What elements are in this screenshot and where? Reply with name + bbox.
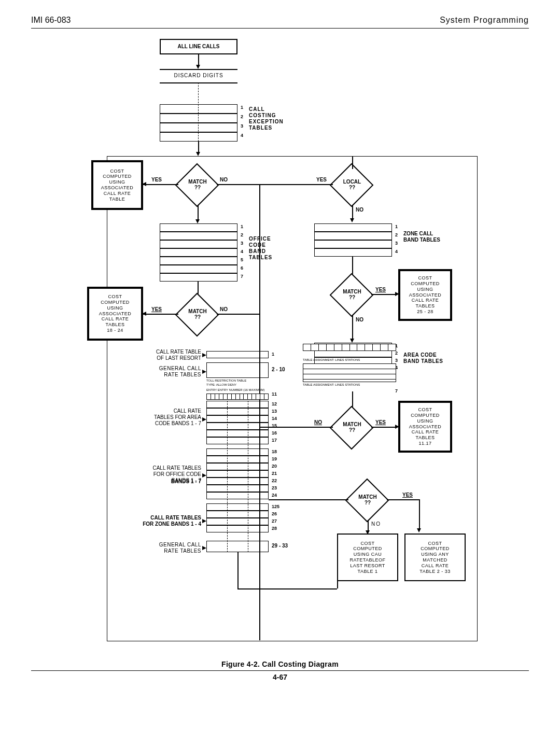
yes-area: YES bbox=[375, 419, 386, 426]
r29-33: 29 - 33 bbox=[272, 543, 288, 549]
yes-zone: YES bbox=[375, 287, 386, 293]
r27: 27 bbox=[272, 518, 277, 524]
yes-office: YES bbox=[151, 306, 162, 313]
area-code-band-label: AREA CODE BAND TABLES bbox=[403, 352, 443, 364]
r12: 12 bbox=[272, 401, 277, 406]
area-1-7-label: CALL RATE TABLES FOR AREA CODE BANDS 1 -… bbox=[116, 408, 201, 427]
r23: 23 bbox=[272, 485, 277, 490]
r25: 125 bbox=[272, 504, 279, 509]
exc-n3: 3 bbox=[241, 123, 243, 129]
last-resort-label: CALL RATE TABLE OF LAST RESORT bbox=[116, 349, 201, 361]
r20: 20 bbox=[272, 464, 277, 469]
header-left: IMI 66-083 bbox=[31, 16, 71, 25]
call-costing-exc-label: CALL COSTING EXCEPTION TABLES bbox=[249, 106, 284, 131]
no-office: NO bbox=[220, 306, 228, 313]
entry-label: ENTRY ENTRY NUMBER (16 MAXIMUM) bbox=[206, 388, 265, 391]
no-local: NO bbox=[356, 207, 363, 213]
z4: 4 bbox=[395, 249, 398, 254]
z1: 1 bbox=[395, 224, 398, 229]
z3: 3 bbox=[395, 241, 398, 246]
tbl-assign2: TABLE ASSIGNMENT: LINES STATIONS bbox=[303, 383, 360, 386]
r22: 22 bbox=[272, 478, 277, 483]
r28: 28 bbox=[272, 526, 277, 531]
r1: 1 bbox=[272, 352, 274, 357]
no-area: NO bbox=[314, 419, 322, 426]
z2: 2 bbox=[395, 232, 398, 237]
off1: 1 bbox=[241, 224, 243, 229]
yes-rate: YES bbox=[402, 492, 413, 498]
r2-10: 2 - 10 bbox=[272, 367, 285, 373]
exc-n4: 4 bbox=[241, 133, 243, 138]
no-rate: NO bbox=[371, 521, 381, 527]
off3: 3 bbox=[241, 241, 243, 246]
match1-label: MATCH ?? bbox=[184, 179, 212, 190]
cost-2-33-label: COST COMPUTED USING ANY MATCHED CALL RAT… bbox=[419, 541, 450, 574]
zone-1-4-label: CALL RATE TABLES FOR ZONE BANDS 1 - 4 bbox=[116, 515, 201, 527]
cost-assoc-rate-label: COST COMPUTED USING ASSOCIATED CALL RATE… bbox=[101, 169, 133, 202]
match-zone: MATCH ?? bbox=[338, 289, 366, 300]
page-header: IMI 66-083 System Programming bbox=[31, 16, 529, 29]
exc-n2: 2 bbox=[241, 114, 243, 119]
cost-assoc-rate-box: COST COMPUTED USING ASSOCIATED CALL RATE… bbox=[92, 161, 142, 209]
off2: 2 bbox=[241, 232, 243, 237]
exc-n1: 1 bbox=[241, 105, 243, 110]
tbl-assign1: TABLE ASSIGNMENT: LINES STATIONS bbox=[303, 358, 360, 361]
r14: 14 bbox=[272, 416, 277, 421]
match-area: MATCH ?? bbox=[338, 422, 366, 433]
a7: 7 bbox=[395, 388, 398, 394]
discard-digits-box: DISCARD DIGITS bbox=[160, 69, 237, 82]
diagram-canvas: ALL LINE CALLS DISCARD DIGITS 1 2 3 4 CA… bbox=[31, 29, 529, 656]
type-label: TYPE: ALLOW DENY bbox=[206, 383, 236, 386]
general-call-rate-label: GENERAL CALL RATE TABLES bbox=[116, 366, 201, 378]
off4: 4 bbox=[241, 249, 243, 254]
yes-local: YES bbox=[316, 177, 327, 183]
page: IMI 66-083 System Programming ALL LINE C… bbox=[0, 0, 560, 730]
discard-digits-label: DISCARD DIGITS bbox=[174, 73, 223, 79]
r16: 16 bbox=[272, 430, 277, 436]
a2: 2 bbox=[395, 350, 398, 356]
match-rate: MATCH ?? bbox=[354, 494, 382, 506]
start-label: ALL LINE CALLS bbox=[178, 44, 220, 50]
off5: 5 bbox=[241, 257, 243, 262]
r15: 15 bbox=[272, 423, 277, 428]
start-box: ALL LINE CALLS bbox=[160, 39, 237, 54]
local-label: LOCAL ?? bbox=[338, 179, 366, 190]
no1: NO bbox=[220, 177, 228, 183]
zone-band-label: ZONE CALL BAND TABLES bbox=[403, 231, 440, 243]
toll-label: TOLL RESTRICTION TABLE bbox=[206, 379, 246, 382]
yes1: YES bbox=[151, 177, 162, 183]
match-office: MATCH ?? bbox=[184, 308, 212, 320]
a3: 3 bbox=[395, 358, 398, 363]
cost-2-33-box: COST COMPUTED USING ANY MATCHED CALL RAT… bbox=[404, 534, 466, 581]
page-number: 4-67 bbox=[31, 673, 529, 681]
cost-last-resort-label: COST COMPUTED USING CAU RATETABLEOF LAST… bbox=[349, 541, 385, 574]
general-call-rate2-label: GENERAL CALL RATE TABLES bbox=[116, 542, 201, 554]
no-zone: NO bbox=[356, 317, 363, 323]
r11: 11 bbox=[272, 391, 277, 397]
r24: 24 bbox=[272, 493, 277, 498]
r26: 26 bbox=[272, 511, 277, 516]
bands-1-7-label: BANDS 1 - 7 bbox=[116, 479, 201, 485]
header-right: System Programming bbox=[440, 16, 529, 25]
off7: 7 bbox=[241, 274, 243, 279]
cost-last-resort-box: COST COMPUTED USING CAU RATETABLEOF LAST… bbox=[337, 534, 398, 581]
office-code-band-label: OFFICE CODE BAND TABLES bbox=[249, 236, 272, 261]
r21: 21 bbox=[272, 471, 277, 476]
figure-caption: Figure 4-2. Call Costing Diagram bbox=[31, 660, 529, 668]
r17: 17 bbox=[272, 438, 277, 443]
off6: 6 bbox=[241, 265, 243, 271]
r13: 13 bbox=[272, 409, 277, 414]
r19: 19 bbox=[272, 456, 277, 461]
r18: 18 bbox=[272, 449, 277, 454]
